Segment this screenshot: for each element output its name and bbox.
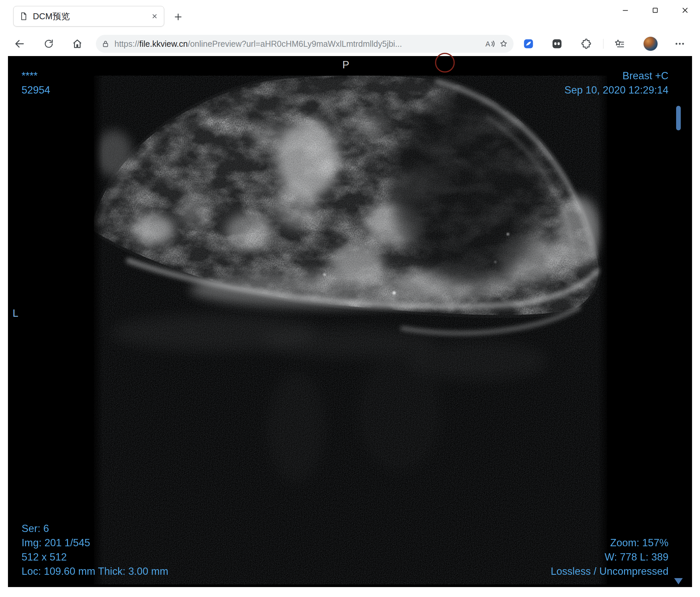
page-content: **** 52954 Breast +C Sep 10, 2020 12:29:…	[0, 54, 700, 597]
page-document-icon	[19, 11, 28, 21]
study-datetime: Sep 10, 2020 12:29:14	[564, 83, 669, 97]
browser-toolbar: https://file.kkview.cn/onlinePreview?url…	[0, 33, 700, 54]
svg-text:A: A	[485, 40, 490, 48]
favorites-hub-icon[interactable]	[612, 37, 626, 51]
toolbar-divider	[603, 39, 603, 49]
zoom-level: Zoom: 157%	[551, 536, 669, 550]
url-domain: file.kkview.cn	[139, 39, 188, 48]
extensions-puzzle-icon[interactable]	[579, 37, 593, 51]
tab-title: DCM预览	[33, 10, 147, 22]
dicom-viewer[interactable]: **** 52954 Breast +C Sep 10, 2020 12:29:…	[8, 56, 692, 587]
slice-scrollbar-thumb[interactable]	[676, 106, 681, 130]
display-info-overlay: Zoom: 157% W: 778 L: 389 Lossless / Unco…	[551, 536, 669, 578]
study-info-overlay: Breast +C Sep 10, 2020 12:29:14	[564, 69, 669, 97]
translate-extension-icon[interactable]	[522, 37, 535, 51]
window-controls	[610, 0, 700, 21]
image-matrix: 512 x 512	[22, 550, 168, 564]
tab-dcm-preview[interactable]: DCM预览	[13, 6, 164, 27]
patient-info-overlay: **** 52954	[22, 69, 50, 97]
series-info-overlay: Ser: 6 Img: 201 1/545 512 x 512 Loc: 109…	[22, 521, 168, 578]
mri-image[interactable]	[94, 76, 607, 585]
series-number: Ser: 6	[22, 521, 168, 536]
window-level: W: 778 L: 389	[551, 550, 669, 564]
compression-info: Lossless / Uncompressed	[551, 564, 669, 578]
minimize-button[interactable]	[610, 0, 640, 21]
new-tab-button[interactable]	[171, 9, 186, 25]
orientation-marker-p: P	[342, 59, 349, 71]
close-button[interactable]	[670, 0, 700, 21]
url-scheme: https://	[115, 39, 139, 48]
settings-menu-icon[interactable]	[673, 37, 687, 51]
maximize-button[interactable]	[640, 0, 670, 21]
tab-strip: DCM预览	[0, 0, 700, 33]
scroll-down-arrow-icon[interactable]	[674, 578, 683, 585]
read-aloud-icon[interactable]: A	[485, 39, 495, 49]
slice-location: Loc: 109.60 mm Thick: 3.00 mm	[22, 564, 168, 578]
address-bar[interactable]: https://file.kkview.cn/onlinePreview?url…	[96, 35, 514, 53]
image-number: Img: 201 1/545	[22, 536, 168, 550]
favorite-star-icon[interactable]	[499, 39, 508, 48]
refresh-button[interactable]	[41, 36, 56, 51]
url-path: /onlinePreview?url=aHR0cHM6Ly9maWxlLmtrd…	[188, 39, 402, 48]
tab-close-icon[interactable]	[151, 12, 158, 20]
patient-name: ****	[22, 69, 50, 83]
back-button[interactable]	[12, 36, 27, 51]
patient-id: 52954	[22, 83, 50, 97]
orientation-marker-l: L	[12, 308, 18, 319]
profile-avatar[interactable]	[643, 36, 658, 51]
tampermonkey-extension-icon[interactable]	[550, 37, 564, 51]
home-button[interactable]	[70, 36, 85, 51]
annotation-circle	[433, 51, 456, 74]
url-text: https://file.kkview.cn/onlinePreview?url…	[115, 39, 481, 49]
lock-icon[interactable]	[101, 40, 110, 48]
study-description: Breast +C	[564, 69, 669, 83]
